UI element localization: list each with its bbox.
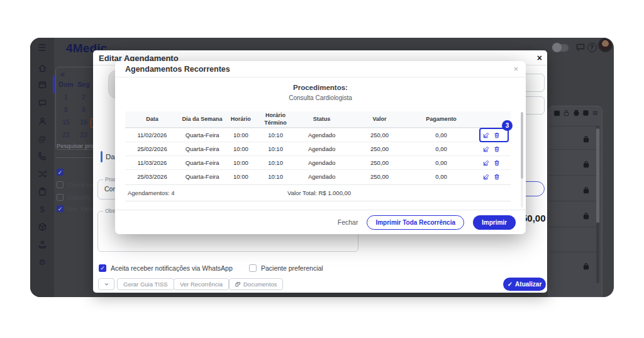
table-cell: 0,00 xyxy=(411,159,472,167)
table-cell: Agendado xyxy=(295,145,349,153)
delete-icon[interactable] xyxy=(494,174,500,180)
imprimir-button[interactable]: Imprimir xyxy=(473,215,516,230)
help-icon[interactable]: ? xyxy=(586,42,597,53)
table-row: 11/02/2026Quarta-Feira10:0010:10Agendado… xyxy=(125,128,511,142)
menu-icon[interactable]: ☰ xyxy=(38,42,46,54)
table-row: 25/02/2026Quarta-Feira10:0010:10Agendado… xyxy=(125,142,511,155)
row-actions: 3 xyxy=(472,128,511,142)
table-cell: 10:10 xyxy=(256,159,294,167)
shuffle-icon[interactable] xyxy=(30,167,54,180)
tasks-icon[interactable] xyxy=(30,185,54,198)
paperclip-icon xyxy=(235,281,241,287)
close-icon[interactable]: × xyxy=(513,64,518,74)
billing-icon[interactable]: $ xyxy=(30,203,54,215)
more-actions-button[interactable] xyxy=(98,278,114,290)
calendar-day[interactable]: 2 xyxy=(75,93,92,101)
modal-header: Agendamentos Recorrentes × xyxy=(115,61,526,77)
table-cell: 0,00 xyxy=(411,145,472,153)
calendar-day[interactable]: 1 xyxy=(58,93,74,101)
lock-icon xyxy=(582,134,590,142)
row-actions xyxy=(472,156,511,169)
table-cell: Quarta-Feira xyxy=(179,145,226,153)
calendar-day-header: Dom xyxy=(58,81,74,88)
payments-icon[interactable] xyxy=(30,238,54,251)
schedule-row-divider xyxy=(549,227,601,227)
delete-icon[interactable] xyxy=(494,132,500,138)
modal-title: Agendamentos Recorrentes xyxy=(125,65,230,74)
edit-icon[interactable] xyxy=(483,174,489,180)
theme-toggle[interactable] xyxy=(552,44,569,52)
home-icon[interactable] xyxy=(30,62,54,74)
table-cell: 11/03/2026 xyxy=(125,159,179,167)
whatsapp-checkbox-row[interactable]: ✓ Aceita receber notificações via WhatsA… xyxy=(99,264,233,272)
phone-icon[interactable] xyxy=(30,150,54,162)
user-avatar[interactable] xyxy=(598,38,613,52)
calendar-day[interactable]: 22 xyxy=(58,131,74,138)
calendar-day[interactable]: 23 xyxy=(75,131,92,138)
lock-icon xyxy=(582,159,590,167)
table-cell: 10:00 xyxy=(225,131,256,139)
checkbox-icon[interactable] xyxy=(249,264,257,272)
column-header: Status xyxy=(295,115,349,123)
close-icon[interactable]: × xyxy=(537,53,542,63)
download-icon xyxy=(582,110,589,116)
lock-icon xyxy=(582,261,590,269)
column-header: Data xyxy=(125,115,179,123)
column-header: Horário xyxy=(225,115,256,123)
calendar-day[interactable]: 8 xyxy=(58,106,74,113)
column-header: Pagamento xyxy=(411,115,472,123)
annotation-badge: 3 xyxy=(502,120,513,131)
edit-icon[interactable] xyxy=(483,132,489,138)
scrollbar-thumb[interactable] xyxy=(596,128,599,223)
fechar-button[interactable]: Fechar xyxy=(338,218,358,226)
table-row: 25/03/2026Quarta-Feira10:0010:10Agendado… xyxy=(125,169,511,183)
checkbox-icon[interactable] xyxy=(57,181,64,188)
ver-recorrencia-button[interactable]: Ver Recorrência xyxy=(174,278,229,290)
modal-scrollbar[interactable] xyxy=(521,112,523,208)
lock-icon xyxy=(563,110,570,116)
preferential-checkbox-row[interactable]: Paciente preferencial xyxy=(249,264,323,272)
chevron-down-icon xyxy=(104,281,109,287)
checkbox-checked-icon[interactable]: ✓ xyxy=(57,169,64,176)
chat-icon[interactable] xyxy=(30,96,54,109)
table-cell: 250,00 xyxy=(349,145,411,153)
list-icon xyxy=(592,110,599,116)
lock-icon xyxy=(582,185,590,193)
calendar-day[interactable]: 15 xyxy=(58,118,74,126)
documentos-button[interactable]: Documentos xyxy=(229,278,283,290)
edit-icon[interactable] xyxy=(483,146,489,152)
mentions-icon[interactable]: @ xyxy=(30,132,54,145)
edit-icon[interactable] xyxy=(483,160,489,166)
table-cell: Quarta-Feira xyxy=(179,131,226,139)
scrollbar-thumb[interactable] xyxy=(521,112,523,179)
calendar-icon[interactable] xyxy=(30,78,54,91)
imprimir-toda-recorrencia-button[interactable]: Imprimir Toda Recorrência xyxy=(367,215,464,230)
calendar-small-icon xyxy=(553,110,560,116)
table-cell: 25/03/2026 xyxy=(125,172,179,181)
lock-icon xyxy=(582,211,590,218)
calendar-day[interactable]: 9 xyxy=(75,106,92,113)
gerar-guia-tiss-button[interactable]: Gerar Guia TISS xyxy=(117,278,174,290)
settings-icon[interactable]: ⚙ xyxy=(30,256,54,268)
table-cell: 10:10 xyxy=(256,131,294,139)
checkbox-checked-icon[interactable]: ✓ xyxy=(99,264,106,272)
delete-icon[interactable] xyxy=(494,146,500,152)
chat-bubble-icon[interactable] xyxy=(575,42,586,53)
calendar-day[interactable]: 16 xyxy=(75,118,92,126)
table-cell: 10:00 xyxy=(225,159,256,167)
schedule-row-divider xyxy=(549,149,601,150)
checkbox-checked-icon[interactable]: ✓ xyxy=(57,205,64,212)
inventory-icon[interactable] xyxy=(30,220,54,233)
table-cell: 25/02/2026 xyxy=(125,145,179,153)
atualizar-button[interactable]: ✓ Atualizar xyxy=(503,278,546,291)
schedule-scrollbar[interactable] xyxy=(596,126,599,283)
patients-icon[interactable] xyxy=(30,115,54,127)
calendar-prev-icon[interactable]: < xyxy=(60,70,65,79)
delete-icon[interactable] xyxy=(494,160,500,166)
table-summary: Agendamentos: 4 Valor Total: R$ 1.000,00 xyxy=(125,184,511,201)
column-header: Horário Término xyxy=(256,111,294,127)
table-cell: Agendado xyxy=(295,159,349,167)
toggle-knob xyxy=(552,43,562,52)
checkbox-icon[interactable] xyxy=(57,194,64,201)
procedures-heading: Procedimentos: xyxy=(115,84,526,91)
